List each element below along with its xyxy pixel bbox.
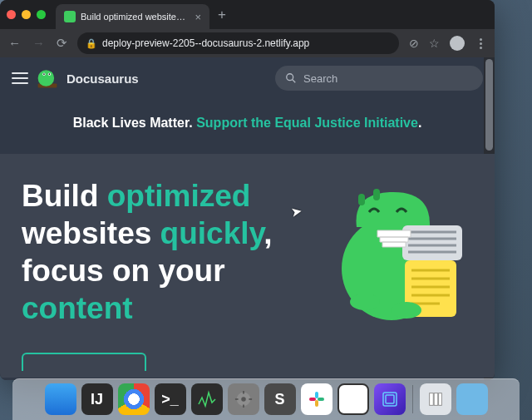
search-input[interactable]: Search <box>275 66 483 91</box>
site-navbar: Docusaurus Search <box>0 57 495 99</box>
dock-app-chrome[interactable] <box>118 383 150 415</box>
svg-point-4 <box>43 73 45 75</box>
address-bar[interactable]: 🔒 deploy-preview-2205--docusaurus-2.netl… <box>77 32 399 54</box>
svg-rect-32 <box>318 398 324 401</box>
url-text: deploy-preview-2205--docusaurus-2.netlif… <box>102 37 309 49</box>
svg-rect-2 <box>41 72 53 78</box>
menu-button[interactable] <box>475 38 486 49</box>
svg-rect-34 <box>309 398 316 401</box>
browser-tab[interactable]: Build optimized websites quic × <box>56 4 209 29</box>
window-controls <box>7 10 46 19</box>
svg-point-7 <box>287 74 293 81</box>
svg-line-8 <box>293 80 296 83</box>
svg-rect-12 <box>402 225 462 260</box>
tab-favicon <box>64 11 76 22</box>
dock-app-terminal[interactable]: >_ <box>155 383 186 415</box>
hero-section: Build optimized websites quickly, focus … <box>0 154 495 378</box>
back-button[interactable]: ← <box>8 36 21 51</box>
reload-button[interactable]: ⟳ <box>57 36 67 51</box>
hero-headline: Build optimized websites quickly, focus … <box>22 177 322 328</box>
site-brand[interactable]: Docusaurus <box>66 72 139 86</box>
profile-avatar[interactable] <box>450 36 465 51</box>
mascot-illustration <box>332 177 473 327</box>
svg-rect-11 <box>373 189 380 200</box>
announcement-banner: Black Lives Matter. Support the Equal Ju… <box>0 99 495 154</box>
dock-folder[interactable] <box>420 383 451 415</box>
window-maximize-button[interactable] <box>37 10 46 19</box>
svg-rect-38 <box>434 393 438 406</box>
banner-suffix: . <box>418 116 421 130</box>
dock-app-webex[interactable]: W <box>337 383 369 415</box>
dock-app-misc[interactable] <box>374 383 406 415</box>
dock-app-sublime[interactable]: S <box>264 383 296 415</box>
svg-rect-36 <box>386 395 394 403</box>
forward-button[interactable]: → <box>32 36 45 51</box>
svg-point-23 <box>350 294 380 310</box>
dock-app-slack[interactable] <box>301 383 332 415</box>
browser-toolbar: ← → ⟳ 🔒 deploy-preview-2205--docusaurus-… <box>0 29 495 57</box>
shield-icon[interactable]: ⊘ <box>409 37 419 50</box>
svg-rect-31 <box>315 392 318 398</box>
site-logo[interactable] <box>37 67 58 89</box>
svg-point-26 <box>241 397 246 402</box>
dock-downloads[interactable] <box>456 383 488 415</box>
accent-word: optimized <box>107 179 251 213</box>
banner-link[interactable]: Support the Equal Justice Initiative <box>196 116 418 130</box>
search-icon <box>285 72 297 84</box>
svg-rect-10 <box>358 194 365 205</box>
toolbar-right: ⊘ ☆ <box>409 36 486 51</box>
dock-app-activity[interactable] <box>191 383 223 415</box>
dock-app-preferences[interactable] <box>228 383 259 415</box>
banner-prefix: Black Lives Matter. <box>73 116 193 130</box>
tab-title: Build optimized websites quic <box>81 12 190 22</box>
browser-window: Build optimized websites quic × + ← → ⟳ … <box>0 0 495 380</box>
accent-word: content <box>22 291 133 325</box>
macos-dock: IJ >_ S W <box>12 378 520 420</box>
cta-button-partial[interactable] <box>22 353 146 371</box>
browser-tabbar: Build optimized websites quic × + <box>0 0 495 29</box>
bookmark-icon[interactable]: ☆ <box>429 37 440 50</box>
lock-icon: 🔒 <box>86 38 97 49</box>
window-minimize-button[interactable] <box>22 10 31 19</box>
svg-point-6 <box>49 73 51 75</box>
new-tab-button[interactable]: + <box>218 7 226 23</box>
svg-rect-39 <box>438 393 441 406</box>
accent-word: quickly <box>160 216 264 250</box>
page-content: Docusaurus Search Black Lives Matter. Su… <box>0 57 495 380</box>
scrollbar-thumb[interactable] <box>485 59 493 151</box>
menu-icon[interactable] <box>12 72 28 84</box>
nav-buttons: ← → ⟳ <box>8 36 67 51</box>
tab-close-icon[interactable]: × <box>195 11 201 23</box>
svg-rect-37 <box>429 393 433 406</box>
window-close-button[interactable] <box>7 10 16 19</box>
dock-separator <box>412 385 413 413</box>
svg-rect-33 <box>315 400 318 407</box>
dock-app-intellij[interactable]: IJ <box>81 383 113 415</box>
dock-app-finder[interactable] <box>45 383 76 415</box>
svg-point-24 <box>392 302 421 319</box>
search-placeholder: Search <box>303 72 337 85</box>
